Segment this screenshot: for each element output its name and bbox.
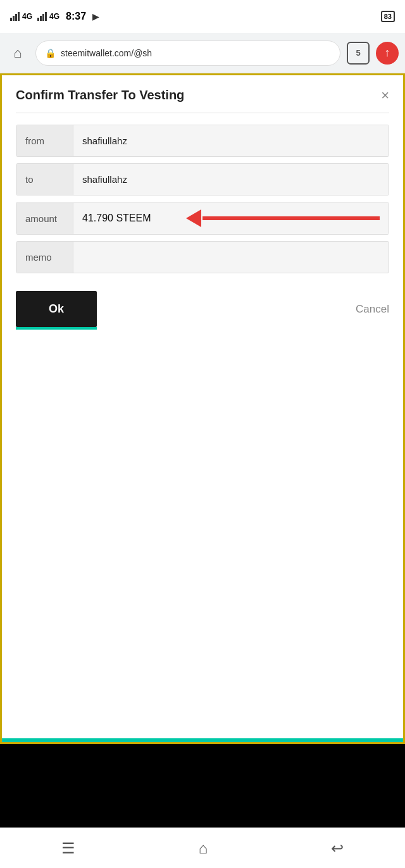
close-button[interactable]: ×	[381, 89, 389, 102]
signal-icon	[10, 12, 20, 21]
main-content: Confirm Transfer To Vesting × from shafi…	[0, 73, 405, 744]
arrow-line	[202, 216, 380, 220]
status-left: 4G 4G 8:37 ▶	[10, 11, 99, 22]
play-icon: ▶	[92, 12, 99, 22]
amount-row: amount 41.790 STEEM	[16, 202, 389, 235]
header-divider	[16, 113, 389, 113]
time-display: 8:37	[66, 11, 86, 22]
cancel-button[interactable]: Cancel	[356, 303, 389, 316]
to-label: to	[16, 164, 73, 195]
address-bar[interactable]: 🔒 steemitwallet.com/@sh	[35, 40, 340, 66]
signal1-label: 4G	[22, 12, 32, 21]
teal-bottom-bar	[2, 738, 403, 742]
red-arrow-annotation	[186, 209, 380, 227]
button-row: Ok Cancel	[16, 291, 389, 327]
ok-button[interactable]: Ok	[16, 291, 97, 327]
to-value: shafiullahz	[73, 164, 389, 195]
battery-level: 83	[384, 13, 392, 20]
browser-chrome: ⌂ 🔒 steemitwallet.com/@sh 5 ↑	[0, 33, 405, 73]
from-row: from shafiullahz	[16, 125, 389, 157]
memo-value	[73, 247, 389, 268]
status-bar: 4G 4G 8:37 ▶ 83	[0, 0, 405, 33]
upload-button[interactable]: ↑	[376, 42, 399, 65]
home-icon: ⌂	[13, 45, 22, 61]
status-right: 83	[381, 11, 395, 22]
from-label: from	[16, 125, 73, 156]
from-value: shafiullahz	[73, 125, 389, 156]
tab-count-button[interactable]: 5	[347, 42, 370, 65]
dialog-title: Confirm Transfer To Vesting	[16, 88, 184, 102]
browser-home-button[interactable]: ⌂	[6, 42, 29, 65]
amount-label: amount	[16, 203, 73, 234]
signal2-label: 4G	[49, 12, 59, 21]
nav-back-icon[interactable]: ↩	[331, 840, 344, 857]
battery-indicator: 83	[381, 11, 395, 22]
memo-row: memo	[16, 241, 389, 273]
lock-icon: 🔒	[45, 48, 56, 58]
to-row: to shafiullahz	[16, 163, 389, 195]
signal2-icon	[37, 12, 47, 21]
dialog-header: Confirm Transfer To Vesting ×	[16, 88, 389, 102]
upload-icon: ↑	[385, 46, 390, 59]
nav-home-icon[interactable]: ⌂	[199, 840, 208, 857]
tab-count-label: 5	[356, 48, 360, 58]
confirm-transfer-dialog: Confirm Transfer To Vesting × from shafi…	[2, 75, 403, 340]
memo-label: memo	[16, 242, 73, 273]
nav-bar: ☰ ⌂ ↩	[0, 828, 405, 868]
nav-menu-icon[interactable]: ☰	[61, 840, 75, 857]
arrow-head	[186, 209, 201, 227]
url-text: steemitwallet.com/@sh	[61, 48, 152, 58]
